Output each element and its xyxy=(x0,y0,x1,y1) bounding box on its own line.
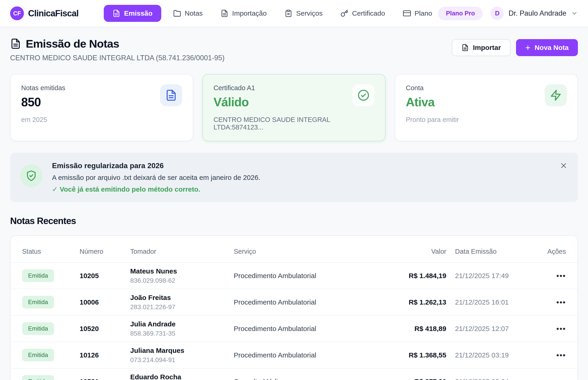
service-name: Procedimento Ambulatorial xyxy=(234,351,393,359)
tomador-name: Eduardo Rocha xyxy=(130,373,234,380)
page-title: Emissão de Notas xyxy=(26,37,119,50)
banner-title: Emissão regularizada para 2026 xyxy=(52,161,260,170)
tomador-cpf: 073.214.094-91 xyxy=(130,356,234,364)
stat-label: Notas emitidas xyxy=(21,84,65,92)
nav-item-label: Emissão xyxy=(124,9,152,17)
folder-icon xyxy=(173,9,181,17)
import-button[interactable]: Importar xyxy=(452,39,511,56)
table-row: Emitida 10205 Mateus Nunes 836.029.098-6… xyxy=(11,263,577,289)
nav-item-label: Notas xyxy=(185,9,203,17)
avatar: D xyxy=(491,7,504,20)
page-header-left: Emissão de Notas CENTRO MEDICO SAUDE INT… xyxy=(10,37,225,62)
service-name: Procedimento Ambulatorial xyxy=(234,272,393,280)
note-number: 10006 xyxy=(80,298,130,306)
emission-date: 21/12/2025 17:49 xyxy=(446,272,525,280)
row-actions-button[interactable]: ••• xyxy=(554,270,566,282)
brand-logo: CF xyxy=(10,6,24,20)
stat-icon-box xyxy=(545,84,567,106)
stat-value: Válido xyxy=(213,95,352,109)
stat-value: 850 xyxy=(21,95,65,109)
nav-item-certificado[interactable]: Certificado xyxy=(335,5,391,22)
nav-item-importacao[interactable]: Importação xyxy=(215,5,273,22)
banner-close-button[interactable] xyxy=(559,161,569,171)
note-value: R$ 1.484,19 xyxy=(393,272,446,280)
user-name: Dr. Paulo Andrade xyxy=(508,9,566,18)
header-actions: Importar + Nova Nota xyxy=(452,39,578,56)
file-text-icon xyxy=(10,38,21,49)
user-menu[interactable]: D Dr. Paulo Andrade xyxy=(491,7,578,20)
banner-line: A emissão por arquivo .txt deixará de se… xyxy=(52,174,260,182)
emission-date: 21/12/2025 03:04 xyxy=(446,378,525,380)
status-badge: Emitida xyxy=(22,322,54,335)
recent-notes-table: Status Número Tomador Serviço Valor Data… xyxy=(10,235,578,380)
file-text-icon xyxy=(461,44,469,51)
note-value: R$ 418,89 xyxy=(393,325,446,333)
tomador-name: João Freitas xyxy=(130,294,234,302)
col-header-numero: Número xyxy=(80,248,130,255)
company-subtitle: CENTRO MEDICO SAUDE INTEGRAL LTDA (58.74… xyxy=(10,54,225,62)
nav-item-notas[interactable]: Notas xyxy=(167,5,209,22)
nav-item-label: Serviços xyxy=(296,9,322,17)
row-actions-button[interactable]: ••• xyxy=(554,323,566,335)
new-note-button-label: Nova Nota xyxy=(535,44,569,52)
info-banner: Emissão regularizada para 2026 A emissão… xyxy=(10,153,578,202)
plan-badge: Plano Pro xyxy=(438,7,483,20)
service-name: Procedimento Ambulatorial xyxy=(234,325,393,333)
row-actions-button[interactable]: ••• xyxy=(554,296,566,308)
stat-label: Certificado A1 xyxy=(213,84,352,92)
stat-card-body: Conta Ativa Pronto para emitir xyxy=(406,84,459,131)
brand-name: ClinicaFiscal xyxy=(28,8,78,19)
note-number: 10520 xyxy=(80,325,130,333)
emission-date: 21/12/2025 03:19 xyxy=(446,351,525,359)
main-nav: Emissão Notas Importação Serviços Certif… xyxy=(104,5,438,22)
tomador-name: Julia Andrade xyxy=(130,320,234,328)
col-header-valor: Valor xyxy=(393,248,446,255)
tomador-cpf: 836.029.098-62 xyxy=(130,277,234,284)
row-actions-button[interactable]: ••• xyxy=(554,349,566,361)
top-navbar: CF ClinicaFiscal Emissão Notas Importaçã… xyxy=(0,0,588,27)
file-text-icon xyxy=(113,9,120,17)
clipboard-icon xyxy=(285,9,292,17)
note-number: 10205 xyxy=(80,272,130,280)
emission-date: 21/12/2025 16:01 xyxy=(446,298,525,306)
shield-check-icon xyxy=(25,170,37,182)
service-name: Consulta Médica xyxy=(234,378,393,380)
col-header-acoes: Ações xyxy=(525,248,566,255)
table-row: Emitida 10006 João Freitas 283.021.226-9… xyxy=(11,289,577,316)
row-actions-button[interactable]: ••• xyxy=(554,375,566,380)
status-badge: Emitida xyxy=(22,269,54,282)
col-header-data: Data Emissão xyxy=(446,248,525,255)
note-value: R$ 1.262,13 xyxy=(393,298,446,306)
stat-label: Conta xyxy=(406,84,459,92)
plus-icon: + xyxy=(525,43,530,52)
credit-card-icon xyxy=(403,9,411,17)
note-number: 10126 xyxy=(80,351,130,359)
chevron-down-icon xyxy=(571,10,578,17)
stat-sub: em 2025 xyxy=(21,116,65,124)
stat-value: Ativa xyxy=(406,95,459,109)
tomador-name: Juliana Marques xyxy=(130,347,234,355)
tomador-cpf: 858.369.731-35 xyxy=(130,330,234,337)
stat-icon-box xyxy=(352,84,375,106)
lightning-icon xyxy=(550,89,562,101)
nav-item-plano[interactable]: Plano xyxy=(397,5,438,22)
table-row: Emitida 10531 Eduardo Rocha 904.924.732-… xyxy=(11,368,577,380)
col-header-servico: Serviço xyxy=(234,248,393,255)
file-text-icon xyxy=(165,89,177,101)
main-content: Emissão de Notas CENTRO MEDICO SAUDE INT… xyxy=(0,27,588,380)
tomador-name: Mateus Nunes xyxy=(130,267,234,275)
key-icon xyxy=(341,9,348,17)
nav-item-label: Plano xyxy=(415,9,432,17)
new-note-button[interactable]: + Nova Nota xyxy=(516,39,578,56)
stat-card-body: Certificado A1 Válido CENTRO MEDICO SAUD… xyxy=(213,84,352,131)
stat-card-certificado: Certificado A1 Válido CENTRO MEDICO SAUD… xyxy=(202,74,386,141)
nav-item-label: Importação xyxy=(232,9,267,17)
stat-sub: Pronto para emitir xyxy=(406,116,459,124)
page-header: Emissão de Notas CENTRO MEDICO SAUDE INT… xyxy=(10,37,578,62)
nav-item-servicos[interactable]: Serviços xyxy=(279,5,328,22)
stat-cards: Notas emitidas 850 em 2025 Certificado A… xyxy=(10,74,578,141)
close-icon xyxy=(559,161,568,170)
service-name: Procedimento Ambulatorial xyxy=(234,298,393,306)
nav-item-emissao[interactable]: Emissão xyxy=(104,5,161,22)
check-circle-icon xyxy=(358,89,369,101)
